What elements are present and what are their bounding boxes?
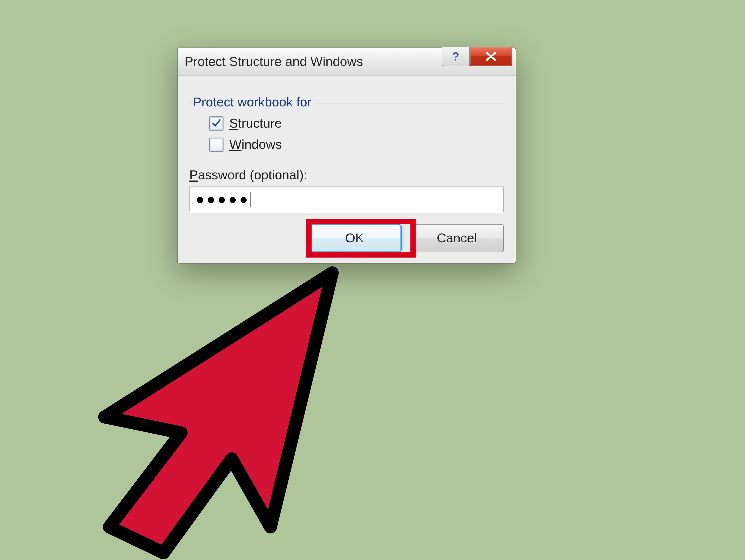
close-button[interactable] — [470, 47, 512, 66]
dialog-titlebar[interactable]: Protect Structure and Windows ? — [177, 48, 516, 76]
windows-option[interactable]: Windows — [209, 137, 500, 153]
structure-checkbox[interactable] — [209, 117, 224, 131]
protect-for-group: Protect workbook for Structure Windows — [189, 89, 504, 159]
close-icon — [486, 52, 496, 61]
help-icon: ? — [452, 50, 459, 63]
ok-button[interactable]: OK — [307, 224, 401, 252]
password-value: ●●●●● — [196, 191, 250, 208]
text-caret — [251, 192, 252, 207]
cursor-arrow-annotation — [53, 249, 370, 560]
password-label: Password (optional): — [189, 168, 504, 183]
group-legend: Protect workbook for — [193, 95, 316, 110]
protect-structure-dialog: Protect Structure and Windows ? Protect … — [177, 48, 516, 263]
dialog-title: Protect Structure and Windows — [185, 54, 363, 70]
password-input[interactable]: ●●●●● — [189, 187, 504, 212]
check-icon — [212, 119, 221, 128]
windows-checkbox[interactable] — [209, 137, 224, 152]
structure-option[interactable]: Structure — [209, 116, 500, 131]
windows-label: Windows — [229, 137, 282, 153]
help-button[interactable]: ? — [442, 47, 470, 66]
structure-label: Structure — [229, 116, 282, 131]
cancel-button[interactable]: Cancel — [410, 224, 504, 252]
